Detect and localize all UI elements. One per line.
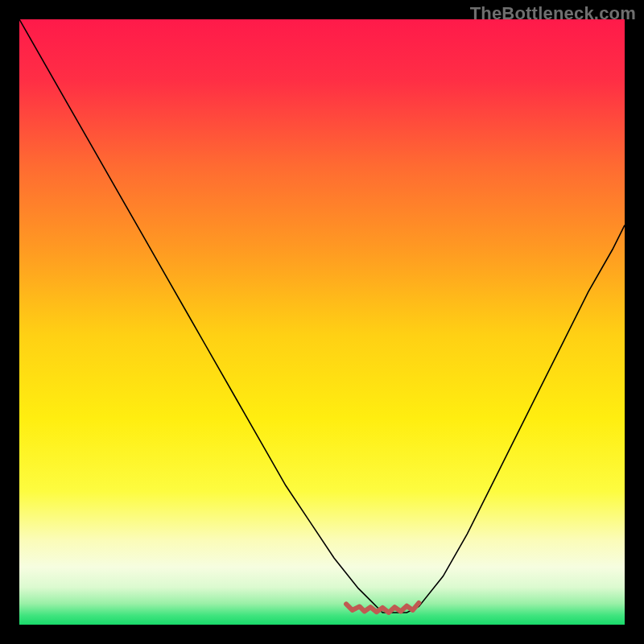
gradient-background	[19, 19, 625, 625]
bottleneck-chart	[19, 19, 625, 625]
chart-frame: TheBottleneck.com	[0, 0, 644, 644]
